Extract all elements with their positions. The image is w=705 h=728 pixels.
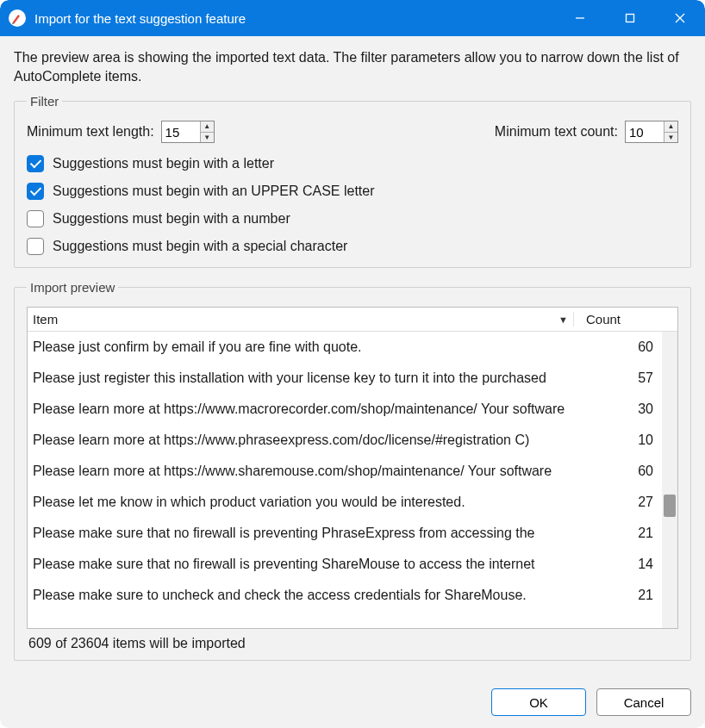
filter-check-row[interactable]: Suggestions must begin with a letter xyxy=(27,155,678,172)
filter-check-row[interactable]: Suggestions must begin with a special ch… xyxy=(27,238,678,255)
table-row[interactable]: Please learn more at https://www.macrore… xyxy=(28,394,662,425)
cancel-button[interactable]: Cancel xyxy=(596,688,691,716)
row-item: Please learn more at https://www.sharemo… xyxy=(33,464,581,479)
row-count: 21 xyxy=(581,526,657,541)
app-icon xyxy=(9,9,26,27)
row-item: Please make sure to uncheck and check th… xyxy=(33,588,581,603)
filter-check-row[interactable]: Suggestions must begin with a number xyxy=(27,210,678,227)
table-row[interactable]: Please make sure that no firewall is pre… xyxy=(28,549,662,580)
checkbox-label: Suggestions must begin with a special ch… xyxy=(53,239,347,254)
row-item: Please let me know in which product vari… xyxy=(33,495,581,510)
preview-legend: Import preview xyxy=(27,280,118,295)
svg-rect-1 xyxy=(627,15,634,22)
checkbox[interactable] xyxy=(27,155,44,172)
dialog-buttons: OK Cancel xyxy=(14,688,691,716)
preview-table: Item ▼ Count Please just confirm by emai… xyxy=(27,307,678,629)
row-count: 30 xyxy=(581,401,657,417)
spin-up-icon[interactable]: ▲ xyxy=(664,121,677,132)
intro-text: The preview area is showing the imported… xyxy=(14,48,691,85)
minimize-button[interactable] xyxy=(555,0,605,36)
table-row[interactable]: Please learn more at https://www.phrasee… xyxy=(28,425,662,456)
row-item: Please just confirm by email if you are … xyxy=(33,339,581,355)
filter-group: Filter Minimum text length: ▲ ▼ Minimum … xyxy=(14,94,691,268)
column-count-label: Count xyxy=(586,312,621,327)
row-item: Please learn more at https://www.macrore… xyxy=(33,401,581,417)
row-item: Please just register this installation w… xyxy=(33,370,581,386)
table-row[interactable]: Please learn more at https://www.sharemo… xyxy=(28,456,662,487)
min-length-input[interactable] xyxy=(162,121,200,142)
row-count: 60 xyxy=(581,464,657,479)
row-count: 57 xyxy=(581,370,657,386)
window-title: Import for the text suggestion feature xyxy=(34,11,246,26)
min-count-input[interactable] xyxy=(626,121,664,142)
filter-legend: Filter xyxy=(27,94,62,109)
min-length-spinner[interactable]: ▲ ▼ xyxy=(161,121,215,143)
checkbox-label: Suggestions must begin with a number xyxy=(53,211,290,227)
spin-up-icon[interactable]: ▲ xyxy=(201,121,214,132)
row-count: 10 xyxy=(581,432,657,448)
checkbox[interactable] xyxy=(27,210,44,227)
column-item-label: Item xyxy=(33,312,58,327)
row-item: Please make sure that no firewall is pre… xyxy=(33,557,581,572)
checkbox-label: Suggestions must begin with a letter xyxy=(53,156,274,171)
import-status: 609 of 23604 items will be imported xyxy=(27,634,678,651)
dialog-body: The preview area is showing the imported… xyxy=(0,36,705,728)
row-count: 27 xyxy=(581,495,657,510)
table-header: Item ▼ Count xyxy=(28,308,677,332)
min-count-spinner[interactable]: ▲ ▼ xyxy=(625,121,678,143)
checkbox-label: Suggestions must begin with an UPPER CAS… xyxy=(53,184,375,199)
spin-down-icon[interactable]: ▼ xyxy=(664,132,677,143)
ok-button[interactable]: OK xyxy=(491,688,586,716)
checkbox[interactable] xyxy=(27,183,44,200)
row-count: 14 xyxy=(581,557,657,572)
preview-group: Import preview Item ▼ Count Please just … xyxy=(14,280,691,661)
row-count: 21 xyxy=(581,588,657,603)
filter-check-row[interactable]: Suggestions must begin with an UPPER CAS… xyxy=(27,183,678,200)
min-count-label: Minimum text count: xyxy=(495,124,618,140)
sort-indicator-icon: ▼ xyxy=(558,314,568,325)
column-count[interactable]: Count xyxy=(574,312,662,327)
row-item: Please learn more at https://www.phrasee… xyxy=(33,432,581,448)
row-count: 60 xyxy=(581,339,657,355)
titlebar: Import for the text suggestion feature xyxy=(0,0,705,36)
table-row[interactable]: Please make sure that no firewall is pre… xyxy=(28,518,662,549)
row-item: Please make sure that no firewall is pre… xyxy=(33,526,581,541)
maximize-button[interactable] xyxy=(605,0,655,36)
column-item[interactable]: Item ▼ xyxy=(28,312,574,327)
vertical-scrollbar[interactable] xyxy=(662,332,677,628)
table-row[interactable]: Please just register this installation w… xyxy=(28,363,662,394)
table-row[interactable]: Please let me know in which product vari… xyxy=(28,487,662,518)
table-row[interactable]: Please make sure to uncheck and check th… xyxy=(28,580,662,611)
table-row[interactable]: Please just confirm by email if you are … xyxy=(28,332,662,363)
scrollbar-thumb[interactable] xyxy=(664,495,676,517)
min-length-label: Minimum text length: xyxy=(27,124,154,140)
checkbox[interactable] xyxy=(27,238,44,255)
close-button[interactable] xyxy=(655,0,705,36)
spin-down-icon[interactable]: ▼ xyxy=(201,132,214,143)
